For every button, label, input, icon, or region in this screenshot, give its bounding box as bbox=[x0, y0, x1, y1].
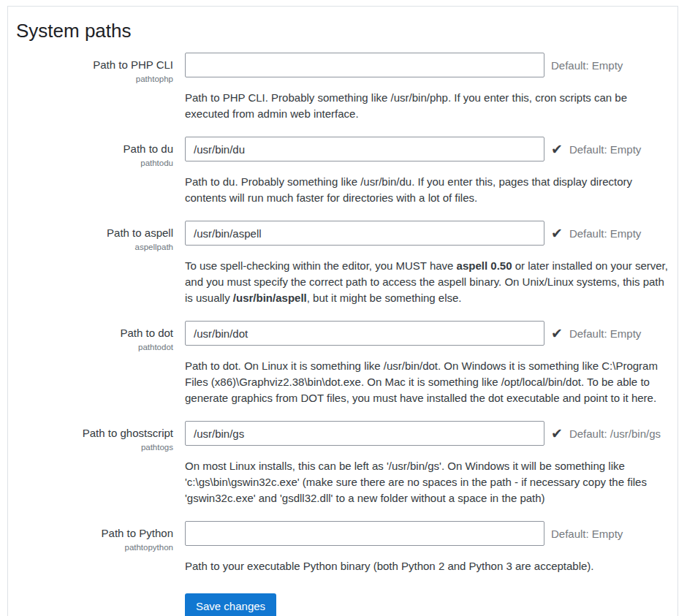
field-description: Path to dot. On Linux it is something li… bbox=[185, 358, 669, 406]
field-label: Path to aspell bbox=[16, 227, 173, 240]
setting-row-aspellpath: Path to aspell aspellpath ✔ Default: Emp… bbox=[16, 221, 669, 306]
pathtopython-input[interactable] bbox=[185, 521, 544, 546]
control-line: ✔ Default: Empty bbox=[185, 221, 669, 246]
field-label: Path to dot bbox=[16, 327, 173, 341]
field-shortname: aspellpath bbox=[16, 243, 173, 251]
field-description: Path to your executable Python binary (b… bbox=[185, 558, 669, 574]
field-shortname: pathtogs bbox=[16, 443, 173, 452]
label-column: Path to dot pathtodot bbox=[16, 321, 173, 406]
field-description: To use spell-checking within the editor,… bbox=[185, 258, 669, 306]
field-label: Path to PHP CLI bbox=[16, 58, 173, 72]
label-column: Path to Python pathtopython bbox=[16, 521, 173, 574]
setting-row-pathtogs: Path to ghostscript pathtogs ✔ Default: … bbox=[16, 421, 669, 506]
field-shortname: pathtodot bbox=[16, 343, 173, 351]
default-value-label: Default: Empty bbox=[569, 227, 641, 240]
pathtophp-input[interactable] bbox=[185, 53, 544, 77]
field-shortname: pathtodu bbox=[16, 159, 173, 167]
check-icon: ✔ bbox=[551, 227, 563, 240]
control-line: ✔ Default: Empty bbox=[185, 321, 669, 346]
control-line: Default: Empty bbox=[185, 521, 669, 546]
pathtodot-input[interactable] bbox=[185, 321, 544, 346]
aspellpath-input[interactable] bbox=[185, 221, 544, 246]
label-column: Path to du pathtodu bbox=[16, 137, 173, 206]
label-column: Path to ghostscript pathtogs bbox=[16, 421, 173, 506]
field-description-segment: , but it might be something else. bbox=[307, 292, 462, 304]
system-paths-section: System paths Path to PHP CLI pathtophp D… bbox=[7, 6, 678, 616]
field-label: Path to ghostscript bbox=[16, 427, 173, 441]
label-column: Path to PHP CLI pathtophp bbox=[16, 53, 173, 122]
field-description: Path to PHP CLI. Probably something like… bbox=[185, 90, 669, 122]
default-value-label: Default: Empty bbox=[551, 59, 623, 72]
save-changes-button[interactable]: Save changes bbox=[185, 593, 276, 616]
label-column: Path to aspell aspellpath bbox=[16, 221, 173, 306]
control-column: Default: Empty Path to PHP CLI. Probably… bbox=[185, 53, 669, 122]
control-column: ✔ Default: Empty To use spell-checking w… bbox=[185, 221, 669, 306]
check-icon: ✔ bbox=[551, 427, 563, 441]
default-value-label: Default: Empty bbox=[569, 143, 641, 156]
field-shortname: pathtophp bbox=[16, 75, 173, 83]
default-value-label: Default: Empty bbox=[551, 528, 623, 540]
control-line: ✔ Default: Empty bbox=[185, 137, 669, 161]
field-label: Path to Python bbox=[16, 527, 173, 541]
field-description-segment: aspell 0.50 bbox=[457, 259, 512, 272]
setting-row-pathtopython: Path to Python pathtopython Default: Emp… bbox=[16, 521, 669, 574]
control-line: ✔ Default: /usr/bin/gs bbox=[185, 421, 669, 446]
field-description: Path to du. Probably something like /usr… bbox=[185, 174, 669, 206]
check-icon: ✔ bbox=[551, 327, 563, 341]
setting-row-pathtodot: Path to dot pathtodot ✔ Default: Empty P… bbox=[16, 321, 669, 406]
pathtogs-input[interactable] bbox=[185, 421, 544, 446]
field-description: On most Linux installs, this can be left… bbox=[185, 458, 669, 506]
control-column: Default: Empty Path to your executable P… bbox=[185, 521, 669, 574]
setting-row-pathtophp: Path to PHP CLI pathtophp Default: Empty… bbox=[16, 53, 669, 122]
field-label: Path to du bbox=[16, 142, 173, 156]
check-icon: ✔ bbox=[551, 142, 563, 156]
default-value-label: Default: /usr/bin/gs bbox=[569, 427, 661, 440]
pathtodu-input[interactable] bbox=[185, 137, 544, 161]
control-line: Default: Empty bbox=[185, 53, 669, 77]
field-description-segment: /usr/bin/aspell bbox=[233, 292, 307, 304]
control-column: ✔ Default: Empty Path to du. Probably so… bbox=[185, 137, 669, 206]
submit-row: Save changes bbox=[185, 593, 669, 616]
setting-row-pathtodu: Path to du pathtodu ✔ Default: Empty Pat… bbox=[16, 137, 669, 206]
page-title: System paths bbox=[16, 20, 669, 42]
field-shortname: pathtopython bbox=[16, 543, 173, 552]
control-column: ✔ Default: Empty Path to dot. On Linux i… bbox=[185, 321, 669, 406]
default-value-label: Default: Empty bbox=[569, 327, 641, 340]
control-column: ✔ Default: /usr/bin/gs On most Linux ins… bbox=[185, 421, 669, 506]
field-description-segment: To use spell-checking within the editor,… bbox=[185, 259, 457, 272]
